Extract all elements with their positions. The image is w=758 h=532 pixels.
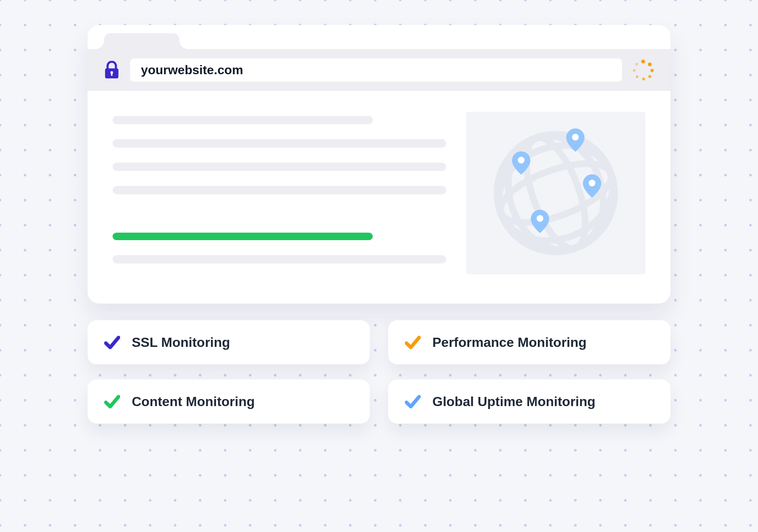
- map-pin-icon: [583, 174, 601, 198]
- check-icon: [104, 334, 120, 350]
- skeleton-line: [113, 163, 446, 171]
- svg-point-11: [537, 215, 543, 222]
- check-icon: [405, 394, 421, 409]
- browser-tab[interactable]: [104, 33, 179, 49]
- feature-card-ssl[interactable]: SSL Monitoring: [88, 320, 370, 364]
- check-icon: [405, 334, 421, 350]
- browser-content: [88, 91, 670, 304]
- content-skeleton: [113, 112, 446, 274]
- map-pin-icon: [566, 128, 585, 152]
- lock-icon: [104, 61, 119, 79]
- svg-point-8: [572, 134, 579, 141]
- svg-rect-2: [111, 73, 112, 76]
- browser-address-bar: yourwebsite.com: [88, 49, 670, 91]
- browser-tab-bar: [88, 25, 670, 49]
- feature-cards: SSL Monitoring Performance Monitoring Co…: [88, 320, 670, 424]
- feature-card-uptime[interactable]: Global Uptime Monitoring: [388, 379, 670, 424]
- feature-label: Performance Monitoring: [432, 335, 587, 350]
- feature-label: Global Uptime Monitoring: [432, 394, 595, 409]
- highlight-line: [113, 233, 373, 240]
- feature-label: Content Monitoring: [132, 394, 255, 409]
- map-pin-icon: [531, 210, 549, 233]
- url-input[interactable]: yourwebsite.com: [130, 58, 622, 82]
- svg-point-9: [518, 157, 525, 163]
- skeleton-line: [113, 255, 446, 263]
- globe-panel: [466, 112, 645, 274]
- skeleton-line: [113, 116, 373, 124]
- map-pin-icon: [512, 151, 530, 175]
- loading-spinner-icon: [633, 60, 654, 80]
- skeleton-line: [113, 139, 446, 148]
- svg-point-10: [589, 180, 595, 186]
- browser-window: yourwebsite.com: [88, 25, 670, 304]
- url-text: yourwebsite.com: [141, 63, 243, 77]
- skeleton-line: [113, 186, 446, 194]
- feature-card-content[interactable]: Content Monitoring: [88, 379, 370, 424]
- feature-card-performance[interactable]: Performance Monitoring: [388, 320, 670, 364]
- feature-label: SSL Monitoring: [132, 335, 230, 350]
- check-icon: [104, 394, 120, 409]
